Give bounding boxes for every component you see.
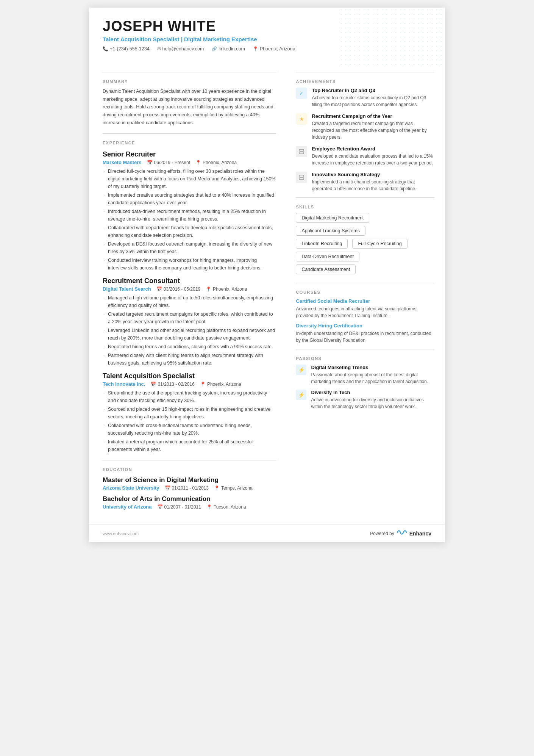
resume-footer: www.enhancv.com Powered by Enhancv <box>89 524 445 542</box>
edu-cal-icon-2: 📅 <box>157 504 163 510</box>
experience-divider <box>103 133 276 134</box>
bullet-1-3: Introduced data-driven recruitment metho… <box>103 208 276 223</box>
enhancv-brand-name: Enhancv <box>409 531 431 537</box>
course-title-1: Certified Social Media Recruiter <box>296 298 434 304</box>
course-title-2: Diversity Hiring Certification <box>296 323 434 329</box>
pin-icon-2: 📍 <box>206 286 211 292</box>
achievement-content-1: Top Recruiter in Q2 and Q3 Achieved top … <box>312 88 434 108</box>
passion-icon-1: ⚡ <box>296 365 306 375</box>
calendar-icon-2: 📅 <box>156 286 162 292</box>
summary-text: Dynamic Talent Acquisition Specialist wi… <box>103 88 276 127</box>
link-icon: 🔗 <box>211 46 217 52</box>
education-section-title: EDUCATION <box>103 467 276 472</box>
achievement-content-2: Recruitment Campaign of the Year Created… <box>312 113 434 141</box>
passion-content-2: Diversity in Tech Active in advocating f… <box>311 390 434 410</box>
resume-body: SUMMARY Dynamic Talent Acquisition Speci… <box>89 58 445 524</box>
calendar-icon-1: 📅 <box>147 160 153 165</box>
right-column: ACHIEVEMENTS ✓ Top Recruiter in Q2 and Q… <box>288 72 445 524</box>
edu-loc-2: 📍 Tucson, Arizona <box>206 504 246 510</box>
bullet-2-1: Managed a high-volume pipeline of up to … <box>103 294 276 309</box>
edu-pin-icon-1: 📍 <box>214 485 220 491</box>
enhancv-logo-icon <box>397 529 407 538</box>
passion-desc-1: Passionate about keeping abreast of the … <box>311 371 434 385</box>
achievement-desc-4: Implemented a multi-channel sourcing str… <box>312 178 434 192</box>
skills-row-1: Digital Marketing Recruitment <box>296 213 434 226</box>
bullet-2-3: Leveraged LinkedIn and other social recr… <box>103 327 276 342</box>
bullet-1-2: Implemented creative sourcing strategies… <box>103 191 276 207</box>
achievement-item-2: ★ Recruitment Campaign of the Year Creat… <box>296 113 434 141</box>
passions-section-title: PASSIONS <box>296 356 434 361</box>
edu-date-2: 📅 01/2007 - 01/2011 <box>157 504 201 510</box>
linkedin-url: linkedin.com <box>219 46 245 52</box>
summary-divider <box>103 72 276 72</box>
bullet-1-1: Directed full-cycle recruiting efforts, … <box>103 167 276 190</box>
skill-tag-3: LinkedIn Recruiting <box>296 239 348 249</box>
edu-loc-1: 📍 Tempe, Arizona <box>214 485 253 491</box>
degree-2: Bachelor of Arts in Communication <box>103 495 276 503</box>
bullet-3-2: Sourced and placed over 15 high-impact r… <box>103 405 276 421</box>
achievement-item-3: Employee Retention Award Developed a can… <box>296 146 434 166</box>
job-bullets-2: Managed a high-volume pipeline of up to … <box>103 294 276 367</box>
experience-section-title: EXPERIENCE <box>103 141 276 145</box>
candidate-subtitle: Talent Acquisition Specialist | Digital … <box>103 36 431 42</box>
bullet-3-1: Streamlined the use of the applicant tra… <box>103 389 276 404</box>
achievement-title-1: Top Recruiter in Q2 and Q3 <box>312 88 434 93</box>
resume-wrapper: JOSEPH WHITE Talent Acquisition Speciali… <box>89 8 445 542</box>
skill-tag-4: Full-Cycle Recruiting <box>352 239 407 249</box>
resume-header: JOSEPH WHITE Talent Acquisition Speciali… <box>89 8 445 58</box>
passion-title-1: Digital Marketing Trends <box>311 365 434 370</box>
location-text: Phoenix, Arizona <box>260 46 295 52</box>
achievement-content-4: Innovative Sourcing Strategy Implemented… <box>312 172 434 192</box>
achievement-title-2: Recruitment Campaign of the Year <box>312 113 434 119</box>
skill-tag-6: Candidate Assessment <box>296 265 356 274</box>
bullet-1-6: Conducted interview training workshops f… <box>103 257 276 272</box>
skill-tag-1: Digital Marketing Recruitment <box>296 213 369 223</box>
achievement-icon-2: ★ <box>296 113 307 125</box>
job-company-2: Digital Talent Search <box>103 286 151 292</box>
education-divider <box>103 460 276 460</box>
achievement-icon-4 <box>296 172 307 183</box>
edu-pin-icon-2: 📍 <box>206 504 212 510</box>
skills-row-3: LinkedIn Recruiting Full-Cycle Recruitin… <box>296 239 434 252</box>
bullet-3-3: Collaborated with cross-functional teams… <box>103 422 276 437</box>
pin-icon-1: 📍 <box>195 160 201 165</box>
edu-date-1: 📅 01/2011 - 01/2013 <box>165 485 209 491</box>
achievements-section-title: ACHIEVEMENTS <box>296 79 434 84</box>
achievements-divider <box>296 72 434 72</box>
achievement-desc-2: Created a targeted recruitment campaign … <box>312 120 434 141</box>
edu-cal-icon-1: 📅 <box>165 485 170 491</box>
job-bullets-3: Streamlined the use of the applicant tra… <box>103 389 276 453</box>
passions-divider <box>296 349 434 349</box>
skills-row-4: Data-Driven Recruitment <box>296 252 434 265</box>
phone-contact: 📞 +1-(234)-555-1234 <box>103 46 150 52</box>
job-date-2: 📅 03/2016 - 05/2019 <box>156 286 200 292</box>
job-location-2: 📍 Phoenix, Arizona <box>206 286 247 292</box>
enhancv-brand: Powered by Enhancv <box>370 529 431 538</box>
job-date-1: 📅 06/2019 - Present <box>147 160 190 165</box>
achievement-desc-3: Developed a candidate evaluation process… <box>312 153 434 166</box>
skills-divider <box>296 197 434 198</box>
achievement-title-3: Employee Retention Award <box>312 146 434 152</box>
linkedin-contact: 🔗 linkedin.com <box>211 46 245 52</box>
email-contact: ✉ help@enhancv.com <box>157 46 204 52</box>
achievement-item-4: Innovative Sourcing Strategy Implemented… <box>296 172 434 192</box>
skills-row-5: Candidate Assessment <box>296 265 434 277</box>
job-location-3: 📍 Phoenix, Arizona <box>200 382 241 387</box>
calendar-icon-3: 📅 <box>150 382 156 387</box>
passion-title-2: Diversity in Tech <box>311 390 434 395</box>
job-location-1: 📍 Phoenix, Arizona <box>195 160 237 165</box>
job-title-2: Recruitment Consultant <box>103 277 276 285</box>
course-desc-2: In-depth understanding of DE&I practices… <box>296 330 434 344</box>
bullet-1-4: Collaborated with department heads to de… <box>103 224 276 239</box>
contact-line: 📞 +1-(234)-555-1234 ✉ help@enhancv.com 🔗… <box>103 46 431 52</box>
skills-row-2: Applicant Tracking Systems <box>296 226 434 239</box>
achievement-title-4: Innovative Sourcing Strategy <box>312 172 434 177</box>
left-column: SUMMARY Dynamic Talent Acquisition Speci… <box>89 72 288 524</box>
phone-icon: 📞 <box>103 46 108 52</box>
summary-section-title: SUMMARY <box>103 79 276 84</box>
school-1: Arizona State University <box>103 485 159 491</box>
bullet-2-2: Created targeted recruitment campaigns f… <box>103 310 276 326</box>
bullet-2-5: Partnered closely with client hiring tea… <box>103 352 276 367</box>
job-meta-2: Digital Talent Search 📅 03/2016 - 05/201… <box>103 286 276 292</box>
candidate-name: JOSEPH WHITE <box>103 18 431 34</box>
